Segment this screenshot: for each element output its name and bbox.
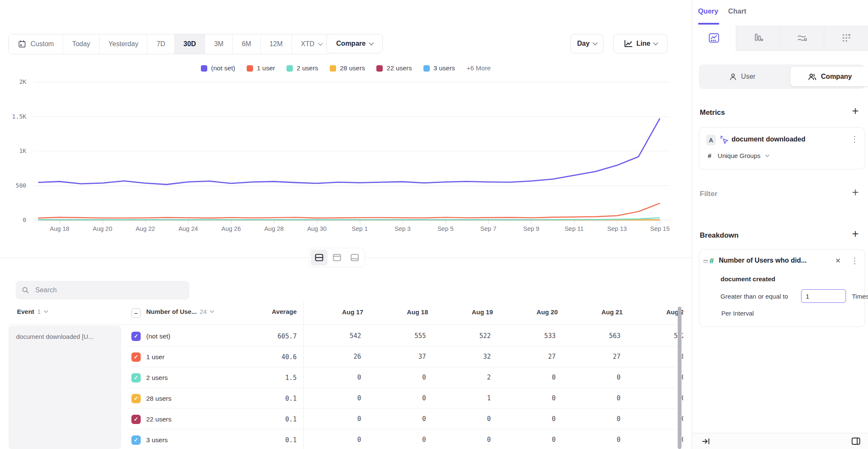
compare-button[interactable]: Compare [326, 34, 383, 53]
calendar-icon [18, 40, 26, 48]
series-checkbox[interactable]: ✓ [131, 394, 141, 403]
legend-swatch [247, 65, 253, 72]
chart-type-label: Line [637, 40, 651, 47]
series-average-value: 0.1 [285, 416, 297, 423]
series-checkbox[interactable]: ✓ [131, 373, 141, 382]
legend-item[interactable]: 3 users [423, 64, 455, 72]
search-input[interactable] [34, 286, 184, 294]
breakdown-menu-icon[interactable]: ⋮ [851, 257, 859, 265]
event-count: 1 [37, 308, 41, 315]
interval-dropdown[interactable]: Day [570, 34, 604, 53]
select-all-checkbox[interactable]: − [131, 308, 141, 318]
table-cell-value: 0 [563, 367, 628, 388]
split-panel-icon[interactable] [851, 437, 861, 446]
table-cell-value: 0 [368, 409, 433, 430]
chart-type-flow-tab[interactable] [780, 25, 824, 51]
date-column-header[interactable]: Aug 19 [433, 302, 498, 324]
legend-label: 28 users [340, 64, 365, 72]
x-axis-tick [360, 220, 360, 224]
series-checkbox[interactable]: ✓ [131, 415, 141, 424]
metric-measure-dropdown[interactable]: # Unique Groups [708, 152, 769, 159]
series-count: 24 [200, 308, 207, 315]
chart-legend: (not set)1 user2 users28 users22 users3 … [0, 64, 692, 72]
event-name-cell[interactable]: document downloaded [U... [8, 326, 121, 449]
breakdown-condition-label: Greater than or equal to [721, 293, 788, 300]
legend-item[interactable]: 1 user [247, 64, 275, 72]
chevron-down-icon [654, 40, 658, 45]
series-column-header[interactable]: Number of Use... 24 [146, 308, 214, 315]
add-filter-button[interactable]: + [852, 188, 859, 197]
x-axis-tick-label: Aug 30 [298, 225, 336, 232]
drag-handle-icon[interactable] [703, 259, 708, 264]
chart-gridline [34, 151, 670, 151]
series-average-value: 0.1 [285, 395, 297, 402]
date-range-group: CustomTodayYesterday7D30D3M6M12MXTD [8, 34, 331, 54]
add-breakdown-button[interactable]: + [852, 230, 859, 238]
x-axis-tick-label: Sep 9 [512, 225, 550, 232]
date-range-custom[interactable]: Custom [9, 34, 63, 54]
chart-gridline [34, 82, 670, 82]
layout-table-only-button[interactable] [346, 249, 363, 266]
table-row: ✓3 users0.1 [127, 430, 303, 449]
table-row: ✓(not set)605.7 [127, 326, 303, 346]
date-range-label: XTD [301, 40, 314, 48]
table-cell-value: 563 [563, 326, 628, 346]
y-axis-tick-label: 1K [2, 147, 26, 154]
chart-type-grid-tab[interactable] [824, 25, 868, 51]
date-column-header[interactable]: Aug 22 [628, 302, 683, 324]
x-axis-tick-label: Sep 15 [641, 225, 679, 232]
series-checkbox[interactable]: ✓ [131, 332, 141, 341]
date-column-header[interactable]: Aug 20 [498, 302, 563, 324]
date-range-30d[interactable]: 30D [175, 34, 205, 54]
scope-company-option[interactable]: Company [790, 67, 868, 86]
series-checkbox[interactable]: ✓ [131, 352, 141, 362]
table-cell-value: 0 [563, 430, 628, 449]
layout-chart-only-button[interactable] [328, 249, 345, 266]
breakdown-card[interactable]: # Number of Users who did... ✕ ⋮ documen… [699, 249, 865, 327]
date-range-7d[interactable]: 7D [147, 34, 174, 54]
scope-user-option[interactable]: User [699, 64, 785, 89]
x-axis-tick [617, 220, 618, 224]
add-metric-button[interactable]: + [852, 107, 859, 115]
series-checkbox[interactable]: ✓ [131, 435, 141, 445]
close-icon[interactable]: ✕ [835, 257, 841, 265]
legend-item[interactable]: 22 users [376, 64, 412, 72]
flow-chart-icon [796, 33, 808, 43]
table-cell-value: 0 [563, 409, 628, 430]
table-cell-value: 32 [433, 346, 498, 367]
bar-chart-icon [752, 33, 764, 43]
legend-swatch [201, 65, 207, 72]
breakdown-value-input[interactable] [801, 289, 846, 303]
chart-type-dropdown[interactable]: Line [613, 34, 668, 53]
legend-item[interactable]: (not set) [201, 64, 235, 72]
legend-item[interactable]: 28 users [330, 64, 365, 72]
scope-toggle: User Company [699, 64, 865, 89]
date-range-today[interactable]: Today [63, 34, 100, 54]
legend-more-link[interactable]: +6 More [467, 64, 491, 72]
date-range-3m[interactable]: 3M [205, 34, 233, 54]
x-axis-tick [103, 220, 103, 224]
date-range-xtd[interactable]: XTD [292, 34, 331, 54]
chart-type-line-tab[interactable] [692, 25, 736, 51]
tab-chart[interactable]: Chart [728, 7, 746, 15]
collapse-panel-icon[interactable] [701, 437, 711, 446]
event-column-header[interactable]: Event 1 [17, 308, 47, 315]
vertical-scrollbar[interactable] [678, 307, 682, 449]
chart-type-bar-tab[interactable] [736, 25, 780, 51]
date-range-12m[interactable]: 12M [261, 34, 292, 54]
line-chart-icon [623, 39, 633, 48]
x-axis-tick-label: Aug 22 [126, 225, 164, 232]
user-icon [729, 73, 737, 81]
date-column-header[interactable]: Aug 17 [303, 302, 368, 324]
metric-menu-icon[interactable]: ⋮ [851, 135, 859, 143]
tab-query[interactable]: Query [698, 7, 718, 15]
date-range-yesterday[interactable]: Yesterday [100, 34, 148, 54]
layout-split-view-button[interactable] [311, 249, 328, 266]
series-label: 28 users [146, 395, 171, 402]
date-column-header[interactable]: Aug 18 [368, 302, 433, 324]
metric-card[interactable]: A document downloaded ⋮ # Unique Groups [699, 127, 865, 169]
date-column-header[interactable]: Aug 21 [563, 302, 628, 324]
legend-item[interactable]: 2 users [287, 64, 318, 72]
date-range-6m[interactable]: 6M [233, 34, 260, 54]
search-icon [22, 286, 29, 294]
